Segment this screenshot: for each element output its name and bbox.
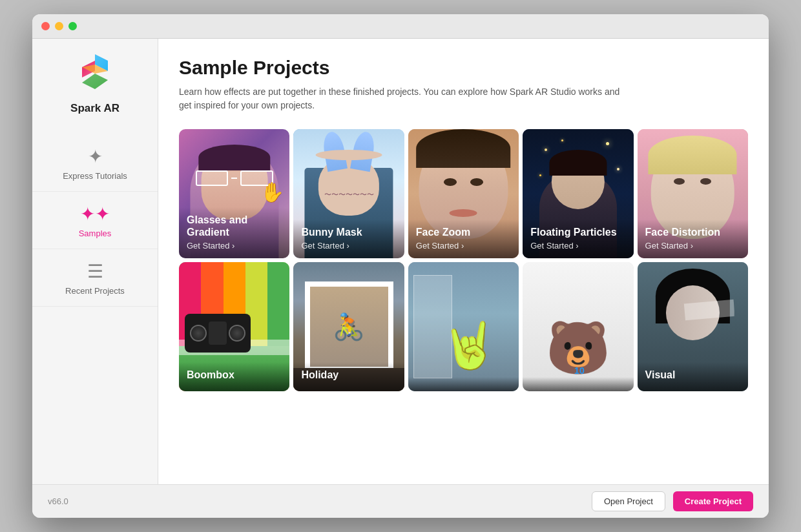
project-card-bunny[interactable]: 〜〜〜〜〜〜〜 Bunny Mask Get Started › — [293, 129, 404, 258]
project-card-boombox[interactable]: Boombox Get Started › — [179, 262, 289, 391]
project-card-facezoom[interactable]: Face Zoom Get Started › — [408, 129, 519, 258]
card-overlay-glasses: Glasses and Gradient Get Started › — [179, 207, 289, 258]
document-icon: ☰ — [87, 261, 103, 282]
create-project-button[interactable]: Create Project — [673, 491, 753, 511]
project-card-hand[interactable]: 🤘 — [408, 262, 519, 391]
card-title-boombox: Boombox — [187, 369, 282, 381]
card-cta-particles[interactable]: Get Started › — [530, 241, 625, 251]
sidebar-item-express-tutorials[interactable]: ✦ Express Tutorials — [32, 134, 158, 192]
project-card-particles[interactable]: Floating Particles Get Started › — [523, 129, 633, 258]
project-card-glasses[interactable]: ✋ Glasses and Gradient Get Started › — [179, 129, 289, 258]
project-card-distortion[interactable]: Face Distortion Get Started › — [638, 129, 748, 258]
bottom-buttons: Open Project Create Project — [592, 491, 753, 511]
page-title: Sample Projects — [179, 57, 748, 79]
sidebar-item-recent-projects[interactable]: ☰ Recent Projects — [32, 249, 158, 307]
version-label: v66.0 — [48, 496, 68, 506]
card-title-bunny: Bunny Mask — [301, 226, 396, 238]
card-cta-bunny[interactable]: Get Started › — [301, 241, 396, 251]
project-card-visual[interactable]: Visual — [638, 262, 748, 391]
card-overlay-visual: Visual — [638, 362, 748, 391]
card-overlay-bear — [523, 377, 633, 391]
card-title-facezoom: Face Zoom — [416, 226, 511, 238]
bottom-bar: v66.0 Open Project Create Project — [32, 484, 769, 518]
card-bg-hand: 🤘 — [408, 262, 519, 391]
minimize-button[interactable] — [55, 22, 63, 30]
card-overlay-holiday: Holiday Get Started › — [293, 362, 404, 391]
card-title-particles: Floating Particles — [530, 226, 625, 238]
close-button[interactable] — [41, 22, 50, 30]
open-project-button[interactable]: Open Project — [592, 491, 665, 511]
fullscreen-button[interactable] — [68, 22, 77, 30]
card-overlay-boombox: Boombox Get Started › — [179, 362, 289, 391]
project-card-bear[interactable]: 🐻 10 — [523, 262, 633, 391]
app-body: Spark AR ✦ Express Tutorials ✦✦ Samples … — [32, 39, 769, 484]
page-subtitle: Learn how effects are put together in th… — [179, 85, 631, 112]
app-name-label: Spark AR — [70, 102, 120, 115]
projects-grid: ✋ Glasses and Gradient Get Started › — [179, 129, 748, 391]
projects-grid-container[interactable]: ✋ Glasses and Gradient Get Started › — [158, 123, 769, 484]
sidebar-item-samples[interactable]: ✦✦ Samples — [32, 192, 158, 249]
titlebar — [32, 14, 769, 39]
card-overlay-distortion: Face Distortion Get Started › — [638, 220, 748, 258]
app-window: Spark AR ✦ Express Tutorials ✦✦ Samples … — [32, 14, 769, 518]
content-header: Sample Projects Learn how effects are pu… — [158, 39, 769, 123]
card-bg-bear: 🐻 10 — [523, 262, 633, 391]
card-overlay-particles: Floating Particles Get Started › — [523, 220, 633, 258]
sidebar-label-samples: Samples — [79, 229, 112, 238]
card-title-distortion: Face Distortion — [645, 226, 740, 238]
card-cta-facezoom[interactable]: Get Started › — [416, 241, 511, 251]
spark-ar-logo — [74, 52, 116, 93]
sidebar-label-recent: Recent Projects — [65, 286, 125, 296]
card-cta-distortion[interactable]: Get Started › — [645, 241, 740, 251]
samples-icon: ✦✦ — [80, 203, 110, 225]
project-card-holiday[interactable]: 🚴 Holiday Get Started › — [293, 262, 404, 391]
card-title-visual: Visual — [645, 369, 740, 381]
sparkle-icon: ✦ — [88, 146, 103, 167]
card-title-glasses: Glasses and Gradient — [187, 214, 282, 238]
sidebar: Spark AR ✦ Express Tutorials ✦✦ Samples … — [32, 39, 158, 484]
sidebar-label-express: Express Tutorials — [63, 171, 127, 181]
card-overlay-hand — [408, 377, 519, 391]
main-content: Sample Projects Learn how effects are pu… — [158, 39, 769, 484]
card-overlay-facezoom: Face Zoom Get Started › — [408, 220, 519, 258]
card-cta-glasses[interactable]: Get Started › — [187, 241, 282, 251]
card-title-holiday: Holiday — [301, 369, 396, 381]
card-overlay-bunny: Bunny Mask Get Started › — [293, 220, 404, 258]
logo-container — [74, 52, 116, 96]
